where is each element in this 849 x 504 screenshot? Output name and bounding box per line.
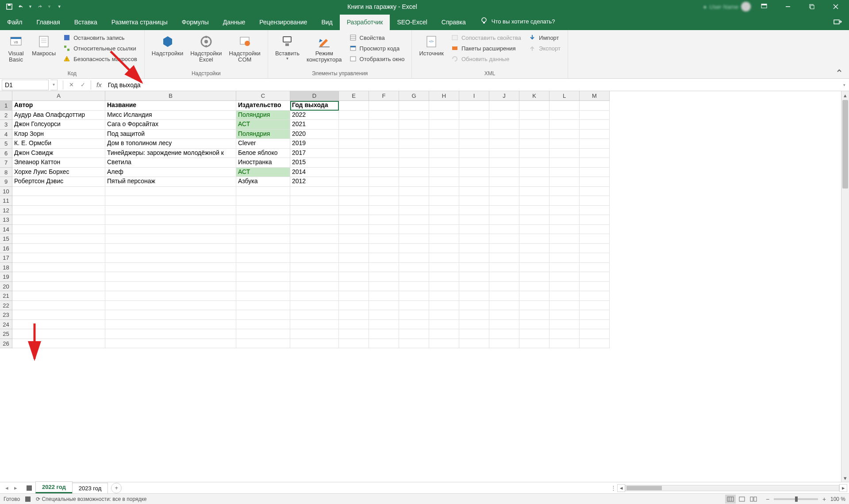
cell-B2[interactable]: Мисс Исландия	[105, 111, 236, 120]
qat-customize-icon[interactable]: ▼	[58, 4, 61, 9]
cell-J6[interactable]	[489, 149, 519, 158]
cell-K9[interactable]	[519, 177, 549, 187]
cell-A26[interactable]	[12, 339, 105, 349]
cell-A25[interactable]	[12, 329, 105, 339]
cell-F16[interactable]	[369, 244, 399, 254]
cell-L16[interactable]	[549, 244, 580, 254]
cell-B26[interactable]	[105, 339, 236, 349]
scroll-up-icon[interactable]: ▴	[841, 91, 849, 99]
select-all-cells[interactable]	[0, 91, 12, 101]
column-header-A[interactable]: A	[12, 91, 105, 101]
cell-A5[interactable]: К. Е. Ормсби	[12, 139, 105, 149]
vertical-scrollbar[interactable]: ▴ ▾	[841, 91, 849, 482]
refresh-data-button[interactable]: Обновить данные	[449, 54, 523, 64]
cell-G18[interactable]	[399, 263, 429, 273]
cell-L8[interactable]	[549, 168, 580, 177]
cell-B10[interactable]	[105, 187, 236, 196]
cell-F6[interactable]	[369, 149, 399, 158]
cell-F5[interactable]	[369, 139, 399, 149]
cell-D17[interactable]	[290, 253, 339, 263]
cell-M26[interactable]	[580, 339, 610, 349]
cell-I15[interactable]	[459, 234, 489, 244]
cell-I19[interactable]	[459, 272, 489, 282]
cell-E4[interactable]	[339, 130, 369, 139]
cell-G7[interactable]	[399, 158, 429, 168]
cell-M6[interactable]	[580, 149, 610, 158]
cell-D2[interactable]: 2022	[290, 111, 339, 120]
cell-F18[interactable]	[369, 263, 399, 273]
tell-me[interactable]: Что вы хотите сделать?	[480, 13, 555, 30]
cell-J16[interactable]	[489, 244, 519, 254]
cell-H11[interactable]	[429, 196, 459, 206]
collapse-ribbon-icon[interactable]	[836, 67, 843, 76]
cell-G6[interactable]	[399, 149, 429, 158]
row-header-4[interactable]: 4	[0, 130, 12, 139]
cell-L4[interactable]	[549, 130, 580, 139]
zoom-slider[interactable]	[774, 498, 818, 500]
cell-K24[interactable]	[519, 320, 549, 330]
cell-B6[interactable]: Тинейджеры: зарождение молодёжной к	[105, 149, 236, 158]
cell-L1[interactable]	[549, 101, 580, 111]
cell-C10[interactable]	[236, 187, 290, 196]
fx-icon[interactable]: fx	[96, 81, 102, 88]
cell-C11[interactable]	[236, 196, 290, 206]
cell-L22[interactable]	[549, 301, 580, 311]
cell-G17[interactable]	[399, 253, 429, 263]
cell-H15[interactable]	[429, 234, 459, 244]
cell-G9[interactable]	[399, 177, 429, 187]
cell-G10[interactable]	[399, 187, 429, 196]
cell-G24[interactable]	[399, 320, 429, 330]
cell-E22[interactable]	[339, 301, 369, 311]
record-indicator-icon[interactable]	[27, 485, 32, 491]
cell-L20[interactable]	[549, 282, 580, 292]
cell-J23[interactable]	[489, 310, 519, 320]
cell-M13[interactable]	[580, 215, 610, 225]
cell-H10[interactable]	[429, 187, 459, 196]
cell-F24[interactable]	[369, 320, 399, 330]
cell-H7[interactable]	[429, 158, 459, 168]
column-header-I[interactable]: I	[459, 91, 489, 101]
cell-K10[interactable]	[519, 187, 549, 196]
cells-area[interactable]: АвторНазваниеИздательствоГод выходаАудур…	[12, 101, 841, 482]
column-header-B[interactable]: B	[105, 91, 236, 101]
cell-F22[interactable]	[369, 301, 399, 311]
row-header-26[interactable]: 26	[0, 339, 12, 349]
cancel-formula-icon[interactable]: ✕	[66, 80, 77, 90]
zoom-level[interactable]: 100 %	[830, 496, 845, 502]
cell-K3[interactable]	[519, 120, 549, 130]
design-mode-button[interactable]: Режим конструктора	[303, 32, 346, 65]
row-header-19[interactable]: 19	[0, 272, 12, 282]
cell-C7[interactable]: Иностранка	[236, 158, 290, 168]
cell-L7[interactable]	[549, 158, 580, 168]
row-header-10[interactable]: 10	[0, 187, 12, 196]
cell-H17[interactable]	[429, 253, 459, 263]
cell-M16[interactable]	[580, 244, 610, 254]
cell-E23[interactable]	[339, 310, 369, 320]
cell-I11[interactable]	[459, 196, 489, 206]
cell-E18[interactable]	[339, 263, 369, 273]
cell-D16[interactable]	[290, 244, 339, 254]
cell-I21[interactable]	[459, 291, 489, 301]
cell-E7[interactable]	[339, 158, 369, 168]
cell-I6[interactable]	[459, 149, 489, 158]
cell-D5[interactable]: 2019	[290, 139, 339, 149]
cell-K25[interactable]	[519, 329, 549, 339]
cell-K17[interactable]	[519, 253, 549, 263]
cell-J8[interactable]	[489, 168, 519, 177]
cell-B24[interactable]	[105, 320, 236, 330]
cell-D21[interactable]	[290, 291, 339, 301]
tab-seo[interactable]: SEO-Excel	[390, 15, 434, 30]
redo-dropdown-icon[interactable]: ▼	[47, 4, 51, 9]
column-header-J[interactable]: J	[489, 91, 519, 101]
cell-H20[interactable]	[429, 282, 459, 292]
cell-E26[interactable]	[339, 339, 369, 349]
cell-E13[interactable]	[339, 215, 369, 225]
cell-J25[interactable]	[489, 329, 519, 339]
cell-K20[interactable]	[519, 282, 549, 292]
cell-H19[interactable]	[429, 272, 459, 282]
cell-L26[interactable]	[549, 339, 580, 349]
cell-C4[interactable]: Поляндрия	[236, 130, 290, 139]
cell-C3[interactable]: АСТ	[236, 120, 290, 130]
cell-F2[interactable]	[369, 111, 399, 120]
cell-I26[interactable]	[459, 339, 489, 349]
